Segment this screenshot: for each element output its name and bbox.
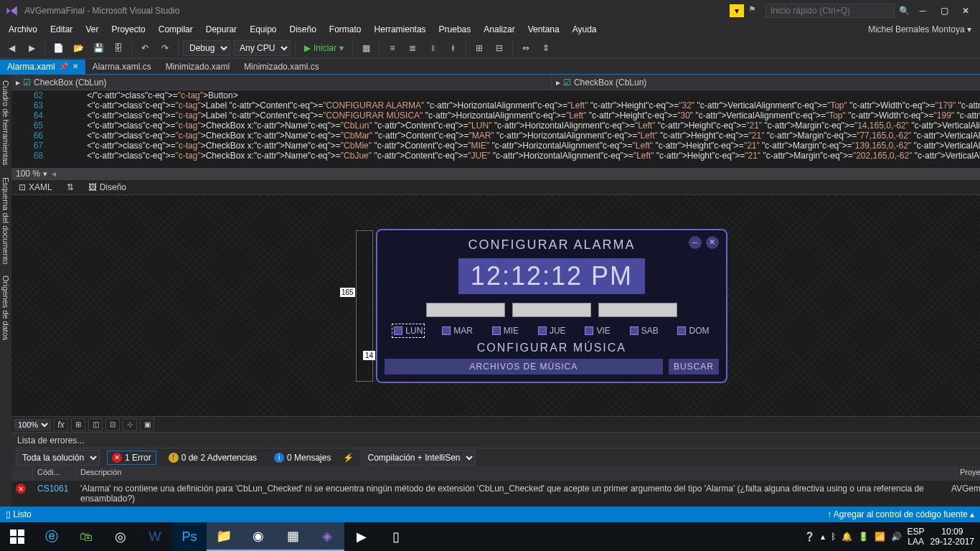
- menu-ayuda[interactable]: Ayuda: [567, 23, 603, 36]
- nav-right[interactable]: ▸ ☑ CheckBox (CbLun): [552, 75, 980, 90]
- menu-pruebas[interactable]: Pruebas: [433, 23, 477, 36]
- align-icon[interactable]: ⊞: [471, 39, 488, 57]
- xaml-tab[interactable]: ⊡ XAML: [11, 181, 60, 194]
- menu-proyecto[interactable]: Proyecto: [105, 23, 151, 36]
- action-icon[interactable]: 🔔: [842, 532, 852, 542]
- alarm-minimize-icon[interactable]: ─: [689, 236, 702, 249]
- tab-Alarma.xaml[interactable]: Alarma.xaml📌✕: [0, 60, 85, 74]
- align-icon[interactable]: ⊟: [491, 39, 508, 57]
- day-dom[interactable]: DOM: [677, 326, 709, 336]
- design-tab[interactable]: 🖼 Diseño: [81, 181, 133, 194]
- help-icon[interactable]: ❔: [804, 532, 815, 542]
- warnings-filter[interactable]: !0 de 2 Advertencias: [164, 451, 262, 465]
- spacing-icon[interactable]: ⇔: [517, 39, 534, 57]
- menu-analizar[interactable]: Analizar: [478, 23, 520, 36]
- undo-button[interactable]: ↶: [136, 39, 154, 57]
- user-name[interactable]: Michel Bernales Montoya: [868, 24, 965, 34]
- designer-zoom[interactable]: 100%: [14, 419, 51, 430]
- alarm-select-3[interactable]: [598, 303, 677, 317]
- new-project-button[interactable]: 📄: [50, 39, 67, 57]
- menu-ventana[interactable]: Ventana: [522, 23, 565, 36]
- vs-icon[interactable]: ◈: [310, 522, 344, 551]
- grid-icon[interactable]: ⊞: [71, 418, 85, 431]
- day-sab[interactable]: SAB: [630, 326, 659, 336]
- menu-herramientas[interactable]: Herramientas: [369, 23, 432, 36]
- save-button[interactable]: 💾: [90, 39, 107, 57]
- errorlist-title[interactable]: Lista de errores...: [11, 432, 980, 448]
- menu-ver[interactable]: Ver: [80, 23, 104, 36]
- explorer-icon[interactable]: 📁: [207, 522, 241, 551]
- ie-icon[interactable]: ⓔ: [34, 522, 69, 551]
- menu-archivo[interactable]: Archivo: [3, 23, 43, 36]
- alarm-select-2[interactable]: [512, 303, 591, 317]
- clock[interactable]: 10:0929-12-2017: [930, 527, 974, 547]
- col-desc[interactable]: Descripción: [76, 466, 956, 481]
- col-project[interactable]: Proyecto: [956, 466, 980, 481]
- anchor-icon[interactable]: ⊹: [123, 418, 137, 431]
- source-control-button[interactable]: ↑ Agregar al control de código fuente ▴: [827, 509, 974, 519]
- menu-editar[interactable]: Editar: [44, 23, 78, 36]
- code-scrollbar[interactable]: 100 % ▾ ◂: [11, 168, 980, 179]
- menu-depurar[interactable]: Depurar: [200, 23, 242, 36]
- alarm-select-1[interactable]: [426, 303, 505, 317]
- align-icon[interactable]: ⫵: [444, 39, 461, 57]
- music-archive-button[interactable]: ARCHIVOS DE MÚSICA: [385, 359, 663, 375]
- messages-filter[interactable]: i0 Mensajes: [269, 451, 336, 465]
- close-button[interactable]: ✕: [957, 4, 974, 18]
- wifi-icon[interactable]: 📶: [875, 532, 885, 542]
- media-icon[interactable]: ▶: [344, 522, 379, 551]
- intellisense-icon[interactable]: ⚡: [343, 453, 354, 463]
- forward-button[interactable]: ▶: [23, 39, 40, 57]
- maximize-button[interactable]: ▢: [936, 4, 953, 18]
- search-icon[interactable]: 🔍: [899, 6, 910, 16]
- spacing-icon[interactable]: ⇕: [537, 39, 555, 57]
- tab-Alarma.xaml.cs[interactable]: Alarma.xaml.cs: [85, 60, 159, 74]
- open-button[interactable]: 📂: [70, 39, 87, 57]
- tool-tab[interactable]: Cuadro de herramientas: [0, 75, 11, 171]
- app-icon[interactable]: ▦: [275, 522, 310, 551]
- chrome-icon[interactable]: ◉: [241, 522, 275, 551]
- day-vie[interactable]: VIE: [585, 326, 610, 336]
- align-icon[interactable]: ≣: [404, 39, 421, 57]
- day-jue[interactable]: JUE: [538, 326, 566, 336]
- code-zoom[interactable]: 100 % ▾: [11, 169, 52, 179]
- tab-Minimizado.xaml[interactable]: Minimizado.xaml: [159, 60, 237, 74]
- config-dropdown[interactable]: Debug: [183, 40, 230, 56]
- align-icon[interactable]: ≡: [384, 39, 401, 57]
- photoshop-icon[interactable]: Ps: [172, 522, 207, 551]
- flag-icon[interactable]: ⚑: [748, 4, 761, 17]
- minimize-button[interactable]: ─: [914, 4, 931, 18]
- day-lun[interactable]: LUN: [394, 326, 423, 336]
- notification-icon[interactable]: ▾: [730, 4, 744, 17]
- error-row[interactable]: ✕ CS1061 'Alarma' no contiene una defini…: [11, 481, 980, 507]
- tool-tab[interactable]: Orígenes de datos: [0, 270, 11, 347]
- store-icon[interactable]: 🛍: [69, 522, 103, 551]
- snap-lines-icon[interactable]: ⊡: [105, 418, 120, 431]
- code-editor[interactable]: 62 </"c-attr">class"c-eq">="c-tag">Butto…: [11, 90, 980, 168]
- back-button[interactable]: ◀: [3, 39, 20, 57]
- col-code[interactable]: Códi...: [33, 466, 76, 481]
- build-filter-dropdown[interactable]: Compilación + IntelliSen: [361, 450, 476, 466]
- battery-icon[interactable]: 🔋: [858, 532, 869, 542]
- nav-left[interactable]: ▸ ☑ CheckBox (CbLun): [11, 75, 552, 90]
- music-search-button[interactable]: BUSCAR: [669, 359, 719, 375]
- menu-diseño[interactable]: Diseño: [284, 23, 322, 36]
- platform-dropdown[interactable]: Any CPU: [233, 40, 291, 56]
- scope-dropdown[interactable]: Toda la solución: [16, 450, 100, 466]
- menu-formato[interactable]: Formato: [324, 23, 367, 36]
- menu-compilar[interactable]: Compilar: [153, 23, 199, 36]
- fx-icon[interactable]: fx: [54, 418, 68, 431]
- menu-equipo[interactable]: Equipo: [244, 23, 282, 36]
- day-mie[interactable]: MIE: [492, 326, 519, 336]
- snap-icon[interactable]: ◫: [88, 418, 103, 431]
- tray-up-icon[interactable]: ▴: [821, 532, 825, 542]
- tab-Minimizado.xaml.cs[interactable]: Minimizado.xaml.cs: [237, 60, 326, 74]
- tool-tab[interactable]: Esquema del documento: [0, 171, 11, 270]
- save-all-button[interactable]: 🗄: [110, 39, 127, 57]
- window-icon[interactable]: ▯: [379, 522, 413, 551]
- start-button[interactable]: ▶ Iniciar ▾: [300, 43, 348, 53]
- alarm-close-icon[interactable]: ✕: [706, 236, 719, 249]
- layout-icon[interactable]: ▦: [357, 39, 374, 57]
- errors-filter[interactable]: ✕1 Error: [107, 451, 156, 465]
- day-mar[interactable]: MAR: [442, 326, 473, 336]
